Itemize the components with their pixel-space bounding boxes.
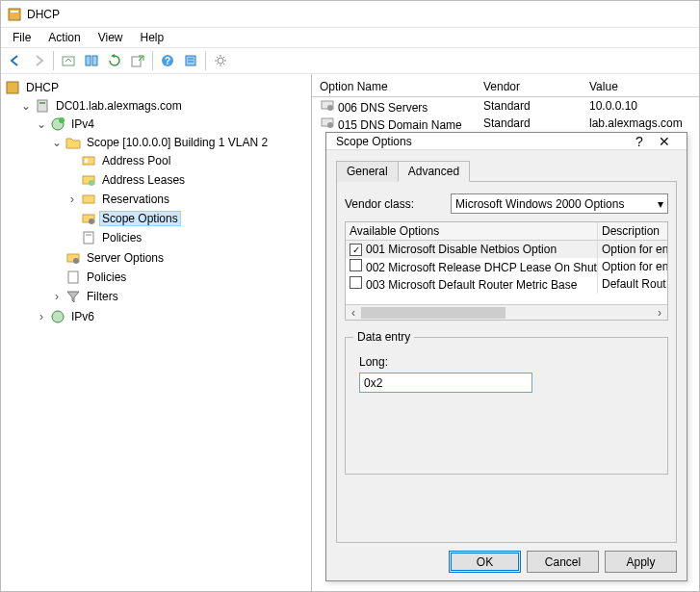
ipv6-icon	[50, 309, 65, 324]
svg-text:?: ?	[165, 56, 170, 66]
dhcp-icon	[7, 7, 22, 22]
show-hide-button[interactable]	[81, 50, 102, 71]
option-row[interactable]: 002 Microsoft Release DHCP Lease On Shut…	[346, 258, 667, 275]
back-button[interactable]	[5, 50, 26, 71]
window-title: DHCP	[27, 8, 60, 21]
leases-icon	[81, 172, 96, 188]
header-value[interactable]: Value	[582, 80, 699, 96]
tree-scope-options[interactable]: Scope Options	[66, 210, 309, 227]
refresh-button[interactable]	[104, 50, 125, 71]
option-row[interactable]: ✓001 Microsoft Disable Netbios Option Op…	[346, 241, 667, 258]
scroll-thumb[interactable]	[361, 307, 506, 319]
svg-rect-18	[85, 159, 88, 163]
ipv4-icon	[50, 116, 65, 132]
dhcp-icon	[5, 80, 20, 95]
help-button[interactable]: ?	[627, 134, 652, 149]
checkbox-icon[interactable]	[350, 259, 362, 271]
header-vendor[interactable]: Vendor	[476, 80, 582, 96]
svg-point-23	[89, 219, 94, 224]
vendor-class-label: Vendor class:	[345, 197, 451, 211]
checkbox-icon[interactable]	[350, 276, 362, 289]
tab-general[interactable]: General	[336, 161, 399, 182]
ok-button[interactable]: OK	[449, 551, 521, 573]
help-button[interactable]: ?	[157, 50, 178, 71]
tree-scope[interactable]: ⌄ Scope [10.0.0.0] Building 1 VLAN 2	[51, 134, 309, 151]
collapse-icon[interactable]: ⌄	[51, 136, 63, 149]
header-available-options[interactable]: Available Options	[346, 222, 598, 240]
svg-rect-1	[11, 11, 18, 13]
collapse-icon[interactable]: ⌄	[36, 117, 47, 131]
svg-point-29	[52, 311, 64, 322]
svg-rect-17	[83, 157, 94, 165]
menu-file[interactable]: File	[5, 29, 39, 46]
svg-rect-24	[84, 232, 93, 244]
svg-point-33	[327, 122, 333, 128]
option-row[interactable]: 003 Microsoft Default Router Metric Base…	[346, 275, 667, 293]
apply-button[interactable]: Apply	[605, 551, 677, 573]
tree-address-pool[interactable]: Address Pool	[66, 152, 309, 169]
svg-point-16	[59, 117, 65, 123]
close-button[interactable]: ✕	[652, 134, 677, 149]
svg-rect-21	[83, 195, 94, 203]
data-entry-group: Data entry Long:	[345, 330, 668, 475]
svg-rect-5	[132, 57, 141, 66]
long-input[interactable]	[359, 373, 532, 393]
vendor-class-dropdown[interactable]: Microsoft Windows 2000 Options ▾	[451, 193, 668, 214]
svg-rect-28	[68, 271, 78, 283]
options-icon	[81, 211, 96, 226]
menu-help[interactable]: Help	[133, 29, 172, 46]
server-icon	[35, 98, 50, 114]
tree-pane[interactable]: DHCP ⌄ DC01.lab.alexmags.com	[1, 74, 312, 591]
tree-server-options[interactable]: Server Options	[51, 249, 309, 267]
option-icon	[320, 115, 335, 130]
tree-reservations[interactable]: › Reservations	[66, 191, 309, 208]
tree-ipv6[interactable]: › IPv6	[36, 308, 309, 325]
export-button[interactable]	[127, 50, 148, 71]
chevron-down-icon: ▾	[658, 197, 663, 211]
available-options-list[interactable]: Available Options Description ✓001 Micro…	[345, 221, 668, 321]
tree-ipv4[interactable]: ⌄ IPv4	[36, 116, 309, 133]
collapse-icon[interactable]: ⌄	[20, 99, 32, 113]
svg-point-31	[327, 105, 333, 111]
svg-point-11	[218, 58, 223, 64]
list-row[interactable]: 006 DNS Servers Standard 10.0.0.10	[312, 97, 699, 115]
toolbar: ?	[1, 47, 699, 74]
server-options-icon	[65, 250, 81, 266]
filters-icon	[65, 289, 81, 304]
svg-rect-14	[39, 102, 45, 104]
horizontal-scrollbar[interactable]: ‹ ›	[346, 304, 667, 320]
titlebar: DHCP	[1, 1, 699, 28]
header-description[interactable]: Description	[598, 222, 667, 240]
tree-address-leases[interactable]: Address Leases	[66, 171, 309, 189]
checkbox-checked-icon[interactable]: ✓	[350, 244, 362, 256]
svg-rect-12	[7, 82, 18, 93]
menu-action[interactable]: Action	[40, 29, 88, 46]
policies-icon	[65, 270, 81, 285]
tab-advanced[interactable]: Advanced	[398, 161, 470, 182]
scroll-right-icon[interactable]: ›	[652, 306, 667, 320]
tree-policies[interactable]: Policies	[51, 269, 309, 286]
svg-rect-4	[92, 56, 97, 65]
forward-button[interactable]	[28, 50, 49, 71]
properties-button[interactable]	[180, 50, 201, 71]
expand-icon[interactable]: ›	[36, 310, 47, 323]
scroll-left-icon[interactable]: ‹	[346, 306, 361, 320]
tree-scope-policies[interactable]: Policies	[66, 229, 309, 246]
list-row[interactable]: 015 DNS Domain Name Standard lab.alexmag…	[312, 115, 699, 132]
menu-view[interactable]: View	[91, 29, 131, 46]
configure-button[interactable]	[210, 50, 231, 71]
svg-point-20	[89, 180, 94, 186]
cancel-button[interactable]: Cancel	[527, 551, 599, 573]
expand-icon[interactable]: ›	[51, 290, 63, 303]
svg-rect-0	[9, 9, 20, 20]
tree-filters[interactable]: › Filters	[51, 288, 309, 305]
tree-server[interactable]: ⌄ DC01.lab.alexmags.com	[20, 97, 309, 115]
up-button[interactable]	[58, 50, 79, 71]
expand-icon[interactable]: ›	[66, 193, 78, 206]
tree-root[interactable]: DHCP	[5, 79, 309, 96]
header-option-name[interactable]: Option Name	[312, 80, 476, 96]
folder-icon	[65, 135, 81, 150]
reservations-icon	[81, 192, 96, 207]
policies-icon	[81, 230, 96, 245]
svg-rect-13	[38, 100, 47, 112]
